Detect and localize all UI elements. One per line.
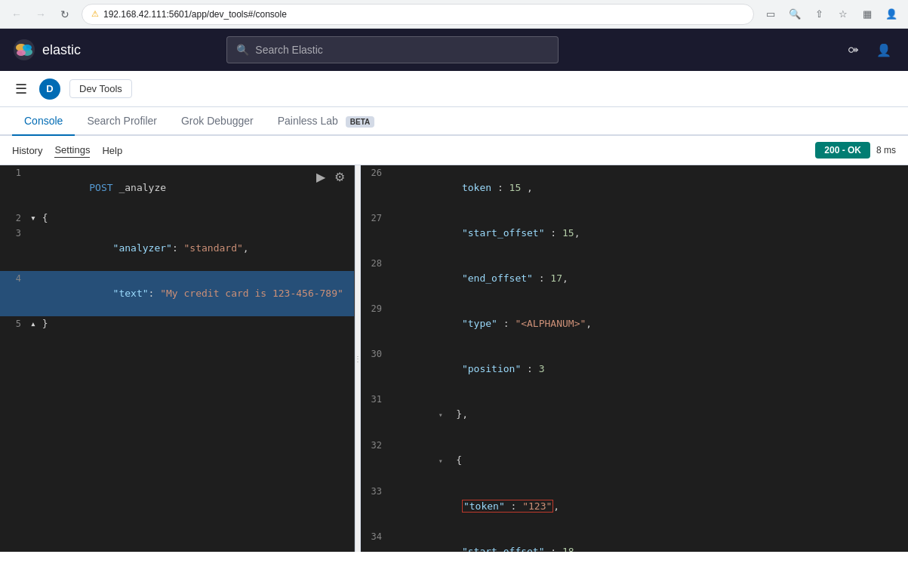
history-button[interactable]: History	[12, 143, 42, 158]
line-content-2: ▾ {	[27, 211, 354, 226]
output-line-num-26: 26	[361, 165, 388, 211]
reload-button[interactable]: ↻	[54, 4, 75, 25]
editor-line-3: 3 "analyzer": "standard",	[0, 226, 354, 271]
browser-actions: ▭ 🔍 ⇧ ☆ ▦ 👤	[760, 4, 902, 25]
output-line-num-29: 29	[361, 301, 388, 346]
line-content-4: "text": "My credit card is 123-456-789"	[27, 271, 354, 316]
output-line-num-33: 33	[361, 484, 388, 529]
output-line-num-28: 28	[361, 256, 388, 301]
editor-toolbar: ▶ ⚙	[313, 168, 348, 186]
address-bar[interactable]: ⚠ 192.168.42.111:5601/app/dev_tools#/con…	[82, 4, 754, 25]
tablet-button[interactable]: ▦	[857, 4, 878, 25]
output-line-34: 34 "start_offset" : 18,	[361, 529, 908, 552]
line-num-2: 2	[0, 211, 27, 226]
profile-button[interactable]: 👤	[881, 4, 902, 25]
output-content-27: "start_offset" : 15,	[388, 211, 908, 256]
tabs-row: Console Search Profiler Grok Debugger Pa…	[0, 107, 908, 136]
line-content-5: ▴ }	[27, 316, 354, 331]
time-badge: 8 ms	[876, 145, 896, 155]
forward-button[interactable]: →	[30, 4, 51, 25]
editor-panel: ▶ ⚙ 1 POST _analyze 2 ▾ { 3 "analyzer": …	[0, 165, 355, 552]
search-bar[interactable]: 🔍 Search Elastic	[226, 36, 559, 63]
svg-point-3	[17, 50, 26, 56]
svg-point-4	[23, 45, 32, 51]
output-content-28: "end_offset" : 17,	[388, 256, 908, 301]
help-link-button[interactable]: Help	[102, 143, 122, 158]
output-line-num-27: 27	[361, 211, 388, 256]
line-content-1: POST _analyze	[27, 165, 354, 211]
user-menu-button[interactable]: 👤	[872, 38, 896, 62]
tab-painless-lab[interactable]: Painless Lab BETA	[266, 107, 387, 136]
tab-console[interactable]: Console	[12, 107, 75, 136]
output-line-33: 33 "token" : "123",	[361, 484, 908, 529]
run-button[interactable]: ▶	[313, 168, 328, 186]
output-line-num-32: 32	[361, 438, 388, 484]
search-placeholder: Search Elastic	[255, 44, 322, 56]
secondary-toolbar-left: History Settings Help	[12, 143, 122, 158]
editor-line-1: 1 POST _analyze	[0, 165, 354, 211]
toolbar-row: ☰ D Dev Tools	[0, 71, 908, 107]
output-line-30: 30 "position" : 3	[361, 346, 908, 392]
status-badge: 200 - OK	[815, 142, 870, 159]
elastic-logo: elastic	[12, 38, 81, 62]
line-num-5: 5	[0, 316, 27, 331]
output-content-33: "token" : "123",	[388, 484, 908, 529]
output-line-29: 29 "type" : "<ALPHANUM>",	[361, 301, 908, 346]
app-header: elastic 🔍 Search Elastic ⚩ 👤	[0, 29, 908, 71]
output-content-30: "position" : 3	[388, 346, 908, 392]
output-line-27: 27 "start_offset" : 15,	[361, 211, 908, 256]
hamburger-button[interactable]: ☰	[12, 78, 30, 100]
beta-badge: BETA	[346, 116, 374, 128]
dev-tools-breadcrumb[interactable]: Dev Tools	[69, 79, 132, 98]
output-content-32: ▾ {	[388, 438, 908, 484]
settings-button[interactable]: Settings	[54, 143, 90, 158]
output-panel[interactable]: 26 token : 15 , 27 "start_offset" : 15, …	[361, 165, 908, 552]
share-button[interactable]: ⇧	[808, 4, 830, 25]
output-content-26: token : 15 ,	[388, 165, 908, 211]
output-content-29: "type" : "<ALPHANUM>",	[388, 301, 908, 346]
tab-grok-debugger[interactable]: Grok Debugger	[169, 107, 266, 136]
wrench-button[interactable]: ⚙	[331, 168, 348, 186]
editor-line-2: 2 ▾ {	[0, 211, 354, 226]
secondary-toolbar: History Settings Help 200 - OK 8 ms	[0, 136, 908, 165]
line-num-3: 3	[0, 226, 27, 271]
elastic-logo-icon	[12, 38, 36, 62]
main-content: ▶ ⚙ 1 POST _analyze 2 ▾ { 3 "analyzer": …	[0, 165, 908, 552]
user-avatar: D	[39, 79, 60, 100]
address-text: 192.168.42.111:5601/app/dev_tools#/conso…	[103, 9, 287, 20]
browser-bar: ← → ↻ ⚠ 192.168.42.111:5601/app/dev_tool…	[0, 0, 908, 29]
output-line-num-34: 34	[361, 529, 388, 552]
line-num-4: 4	[0, 271, 27, 316]
line-num-1: 1	[0, 165, 27, 211]
output-line-32: 32 ▾ {	[361, 438, 908, 484]
back-button[interactable]: ←	[6, 4, 27, 25]
search-icon: 🔍	[236, 44, 249, 56]
status-area: 200 - OK 8 ms	[815, 142, 896, 159]
editor-line-4: 4 "text": "My credit card is 123-456-789…	[0, 271, 354, 316]
output-line-num-31: 31	[361, 392, 388, 438]
header-actions: ⚩ 👤	[842, 38, 896, 62]
panel-divider[interactable]: ⋮	[355, 165, 361, 552]
browser-nav-buttons: ← → ↻	[6, 4, 75, 25]
zoom-button[interactable]: 🔍	[784, 4, 805, 25]
screen-cast-button[interactable]: ▭	[760, 4, 781, 25]
output-content-34: "start_offset" : 18,	[388, 529, 908, 552]
line-content-3: "analyzer": "standard",	[27, 226, 354, 271]
output-line-28: 28 "end_offset" : 17,	[361, 256, 908, 301]
editor-line-5: 5 ▴ }	[0, 316, 354, 331]
output-line-31: 31 ▾ },	[361, 392, 908, 438]
bookmark-button[interactable]: ☆	[833, 4, 854, 25]
help-button[interactable]: ⚩	[842, 38, 866, 62]
output-content-31: ▾ },	[388, 392, 908, 438]
output-line-num-30: 30	[361, 346, 388, 392]
code-editor[interactable]: 1 POST _analyze 2 ▾ { 3 "analyzer": "sta…	[0, 165, 354, 552]
security-icon: ⚠	[91, 9, 99, 19]
tab-search-profiler[interactable]: Search Profiler	[75, 107, 169, 136]
logo-text: elastic	[42, 42, 81, 58]
output-line-26: 26 token : 15 ,	[361, 165, 908, 211]
